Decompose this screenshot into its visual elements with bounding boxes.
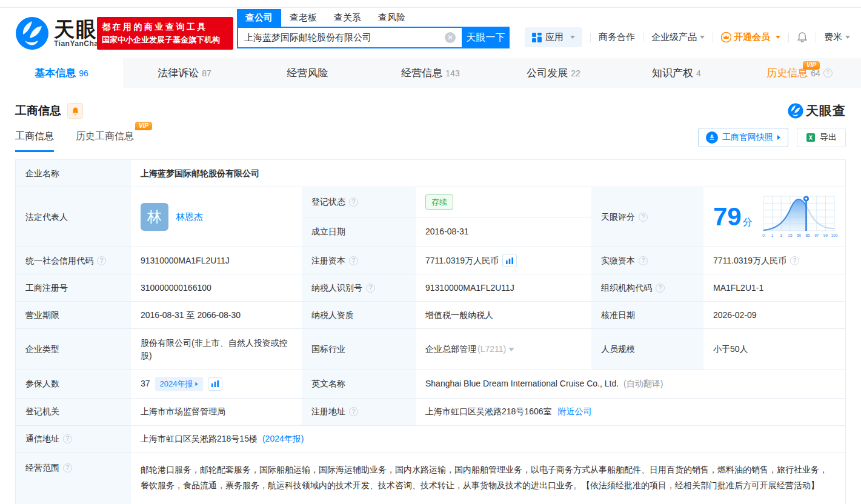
value-text: 91310000MA1FL2U11J [141,254,230,267]
field-label: 企业类型 [16,329,131,370]
search-tab-relation[interactable]: 查关系 [325,9,370,27]
slogan-line1: 都在用的商业查询工具 [102,22,228,33]
label-text: 登记状态 [311,196,345,208]
search-tab-risk[interactable]: 查风险 [370,9,414,27]
help-icon[interactable]: ? [656,284,665,293]
label-text: 天眼评分 [601,211,635,224]
tab-legal[interactable]: 法律诉讼87 [123,58,246,88]
label-text: 统一社会信用代码 [25,254,93,267]
help-icon[interactable]: ? [639,256,648,265]
snapshot-button-label: 工商官网快照 [722,132,773,143]
field-label: 英文名称 [302,370,416,398]
field-label: 工商注册号 [16,274,131,301]
business-term-value: 2016-08-31 至 2066-08-30 [131,302,302,328]
subtab-history-business-info[interactable]: 历史工商信息 VIP [76,130,134,152]
search-input-box: ✕ [237,27,462,48]
nav-vip[interactable]: 开通会员 [721,31,780,43]
bell-icon [71,107,79,115]
help-icon[interactable]: ? [349,256,358,265]
tab-history-info[interactable]: 历史信息 VIP 64 ? [738,58,861,88]
tianyancha-logo-icon [788,103,803,119]
notification-bell[interactable] [797,31,808,43]
help-icon[interactable]: ? [349,407,358,416]
tab-operating-info[interactable]: 经营信息143 [369,58,492,88]
tab-operating-risk[interactable]: 经营风险 [246,58,369,88]
help-icon[interactable]: ? [63,463,72,472]
subtab-business-info[interactable]: 工商信息 [15,130,54,152]
tab-count: 96 [79,68,88,78]
chevron-down-icon[interactable] [508,348,514,351]
capital-chart-icon[interactable] [502,254,517,267]
label-text: 组织机构代码 [601,282,652,294]
label-text: 成立日期 [311,225,345,238]
nearby-companies-link[interactable]: 附近公司 [558,405,592,418]
field-label: 登记机关 [16,399,131,425]
search-input[interactable] [238,33,445,43]
avatar[interactable]: 林 [141,203,168,231]
help-icon[interactable]: ? [349,197,358,207]
monitor-bell-button[interactable] [67,103,83,119]
label-text: 纳税人资质 [311,309,354,322]
nav-enterprise[interactable]: 企业级产品 [651,31,705,43]
help-icon[interactable]: ? [97,256,106,265]
tab-intellectual-property[interactable]: 知识产权4 [615,58,738,88]
reg-number-value: 310000000166100 [131,274,302,301]
help-icon[interactable]: ? [63,434,72,443]
nav-enterprise-label: 企业级产品 [651,31,697,43]
english-name-value: Shanghai Blue Dream International Cruise… [416,370,845,398]
official-snapshot-button[interactable]: 工商官网快照 [698,128,788,147]
search-tab-boss[interactable]: 查老板 [281,9,325,27]
value-text: 上海市市场监督管理局 [141,405,225,418]
value-text: 2016-08-31 至 2066-08-30 [141,309,241,322]
auto-translate-note: (自动翻译) [623,377,663,390]
reg-capital-value: 7711.0319万人民币 [416,247,591,274]
header-nav: 应用 商务合作 企业级产品 开通会员 费米 [525,27,850,47]
tab-label: 公司发展 [527,66,568,80]
help-icon[interactable]: ? [790,256,799,265]
field-label: 注册资本? [302,247,416,274]
value-text: 91310000MA1FL2U11J [425,282,514,294]
tab-basic-info[interactable]: 基本信息96 [0,58,123,88]
field-label: 注册地址? [302,399,416,425]
search-tabs: 查公司 查老板 查关系 查风险 [237,9,510,27]
nav-cooperation[interactable]: 商务合作 [599,31,635,43]
tab-label: 历史信息 [766,66,808,80]
chevron-down-icon [776,36,780,39]
clear-search-icon[interactable]: ✕ [445,32,456,43]
field-label: 核准日期 [591,302,703,328]
svg-text:3: 3 [780,233,782,237]
legal-rep-link[interactable]: 林恩杰 [176,210,203,224]
tab-company-development[interactable]: 公司发展22 [492,58,615,88]
table-row-mail-address: 通信地址? 上海市虹口区吴淞路218号15楼 (2024年报) [16,425,845,453]
insured-chart-icon[interactable] [208,377,222,391]
subtab-label: 历史工商信息 [76,131,134,141]
svg-text:15: 15 [788,233,793,237]
tab-label: 知识产权 [652,66,693,80]
search-tab-company[interactable]: 查公司 [237,9,281,27]
section-title: 工商信息 [15,103,61,119]
nav-user[interactable]: 费米 [824,31,850,43]
paid-capital-value: 7711.0319万人民币? [703,247,845,274]
reg-authority-value: 上海市市场监督管理局 [131,399,302,425]
nav-user-label: 费米 [824,31,842,43]
label-text: 国标行业 [311,343,345,356]
label-text: 注册地址 [311,405,345,418]
table-row-legal-rep: 法定代表人 林 林恩杰 登记状态? 存续 成立日期 2016-08-31 天眼评… [16,187,845,247]
chevron-down-icon [700,36,705,39]
value-text: 股份有限公司(非上市、自然人投资或控股) [141,337,292,362]
annual-report-link[interactable]: (2024年报) [262,433,304,445]
staff-size-value: 小于50人 [703,329,845,370]
help-icon[interactable]: ? [823,68,833,78]
value-text: 小于50人 [713,343,748,356]
nav-cooperation-label: 商务合作 [599,31,635,43]
nav-vip-label: 开通会员 [734,31,770,43]
score-distribution-chart[interactable]: 0131550859799100 [761,194,839,240]
export-button[interactable]: 导出 [797,128,846,147]
help-icon[interactable]: ? [366,284,375,293]
help-icon[interactable]: ? [639,213,648,222]
search-button[interactable]: 天眼一下 [462,27,510,48]
svg-text:85: 85 [805,233,810,237]
annual-report-badge[interactable]: 2024年报 [155,377,203,391]
field-label: 人员规模 [591,329,703,370]
nav-apps[interactable]: 应用 [525,27,582,47]
